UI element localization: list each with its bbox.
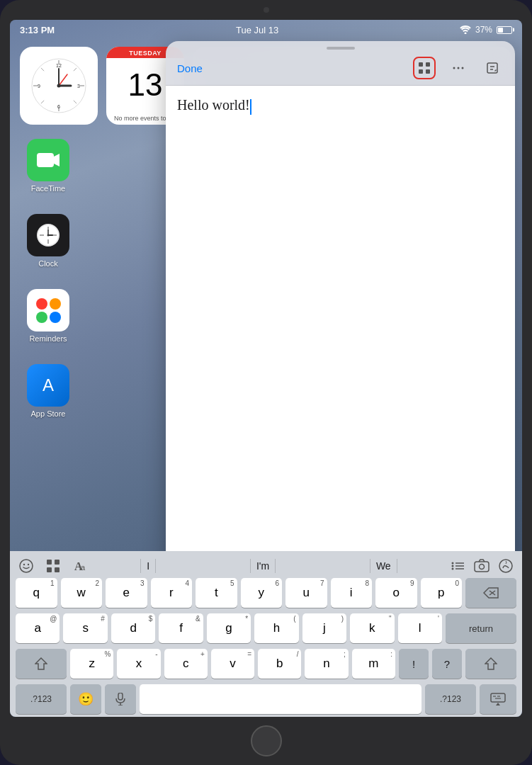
keyboard-bottom-row: .?123 🙂 .?123 xyxy=(16,684,516,714)
notes-toolbar-icons xyxy=(413,57,504,79)
svg-point-60 xyxy=(452,562,454,565)
key-l[interactable]: 'l xyxy=(398,613,442,643)
svg-marker-72 xyxy=(485,658,497,669)
clock-label: Clock xyxy=(38,259,58,268)
key-exclaim[interactable]: ! xyxy=(399,649,429,679)
done-button[interactable]: Done xyxy=(177,62,203,74)
svg-point-44 xyxy=(453,67,455,69)
text-format-icon[interactable]: A a xyxy=(72,558,88,574)
key-s[interactable]: #s xyxy=(63,613,107,643)
clock-icon-svg xyxy=(34,221,62,249)
key-return[interactable]: return xyxy=(446,613,516,643)
key-space[interactable] xyxy=(140,684,421,714)
key-num-toggle-right[interactable]: .?123 xyxy=(425,684,476,714)
appstore-icon-svg: A xyxy=(35,373,61,398)
svg-marker-80 xyxy=(496,703,500,706)
svg-point-62 xyxy=(452,568,454,570)
key-a[interactable]: @a xyxy=(16,613,60,643)
svg-point-16 xyxy=(57,84,61,88)
key-j[interactable]: )j xyxy=(302,613,346,643)
compose-button[interactable] xyxy=(481,57,504,79)
key-mic[interactable] xyxy=(105,684,136,714)
key-shift-right[interactable] xyxy=(465,649,516,679)
keyboard-row-2: @a #s $d &f *g (h )j "k 'l return xyxy=(16,613,516,643)
camera-icon[interactable] xyxy=(474,558,489,574)
key-n[interactable]: ;n xyxy=(305,649,348,679)
key-k[interactable]: "k xyxy=(350,613,394,643)
app-icon-appstore[interactable]: A App Store xyxy=(20,364,77,418)
svg-text:6: 6 xyxy=(57,104,60,109)
app-icon-clock[interactable]: Clock xyxy=(20,214,77,268)
key-num-toggle-left[interactable]: .?123 xyxy=(16,684,67,714)
key-v[interactable]: =v xyxy=(211,649,254,679)
calendar-day-number: 13 xyxy=(128,69,163,101)
key-t[interactable]: 5t xyxy=(196,578,237,608)
app-icons-column: FaceTime xyxy=(20,139,77,418)
key-b[interactable]: /b xyxy=(258,649,301,679)
key-x[interactable]: -x xyxy=(117,649,160,679)
key-m[interactable]: :m xyxy=(352,649,395,679)
app-icon-facetime[interactable]: FaceTime xyxy=(20,139,77,193)
key-q[interactable]: 1q xyxy=(16,578,57,608)
notes-content[interactable]: Hello world! xyxy=(166,86,515,625)
suggestion-2[interactable]: I'm xyxy=(250,559,276,573)
key-backspace[interactable] xyxy=(465,578,516,608)
key-shift-left[interactable] xyxy=(16,649,67,679)
wifi-icon xyxy=(460,26,471,34)
svg-rect-73 xyxy=(118,693,123,700)
key-u[interactable]: 7u xyxy=(285,578,327,608)
keyboard-dismiss-icon xyxy=(490,693,506,706)
list-icon[interactable] xyxy=(450,558,465,574)
camera-dot xyxy=(264,7,269,13)
key-o[interactable]: 9o xyxy=(375,578,417,608)
svg-rect-55 xyxy=(55,560,60,565)
screen: 3:13 PM Tue Jul 13 37% xyxy=(10,20,522,717)
key-f[interactable]: &f xyxy=(159,613,203,643)
grid-button[interactable] xyxy=(413,57,436,79)
keyboard-rows: 1q 2w 3e 4r 5t 6y 7u 8i 9o 0p xyxy=(13,578,519,714)
svg-point-53 xyxy=(28,564,29,565)
key-h[interactable]: (h xyxy=(254,613,298,643)
suggestion-3[interactable]: We xyxy=(370,559,397,573)
home-button[interactable] xyxy=(251,725,282,756)
keyboard: A a I I'm We xyxy=(10,551,522,717)
appstore-icon: A xyxy=(27,364,69,407)
text-cursor xyxy=(250,99,251,115)
key-p[interactable]: 0p xyxy=(421,578,463,608)
key-e[interactable]: 3e xyxy=(106,578,147,608)
key-w[interactable]: 2w xyxy=(61,578,103,608)
reminders-label: Reminders xyxy=(29,334,67,343)
reminders-icon xyxy=(27,289,69,332)
key-i[interactable]: 8i xyxy=(331,578,373,608)
key-r[interactable]: 4r xyxy=(151,578,193,608)
handwriting-icon[interactable] xyxy=(498,558,514,574)
mic-icon xyxy=(115,693,125,706)
svg-point-67 xyxy=(480,565,485,570)
key-keyboard-dismiss[interactable] xyxy=(480,684,516,714)
keyboard-row-3: %z -x +c =v /b ;n :m ! ? xyxy=(16,649,516,679)
key-g[interactable]: *g xyxy=(207,613,251,643)
backspace-icon xyxy=(483,587,499,599)
suggestion-1[interactable]: I xyxy=(140,559,156,573)
compose-icon xyxy=(485,61,499,75)
key-emoji[interactable]: 🙂 xyxy=(70,684,101,714)
key-question[interactable]: ? xyxy=(432,649,462,679)
svg-rect-57 xyxy=(55,567,60,572)
more-button[interactable] xyxy=(447,57,470,79)
app-icon-reminders[interactable]: Reminders xyxy=(20,289,77,343)
svg-text:A: A xyxy=(43,375,54,395)
svg-rect-17 xyxy=(37,153,54,167)
status-bar: 3:13 PM Tue Jul 13 37% xyxy=(10,20,522,40)
drag-handle[interactable] xyxy=(327,47,355,50)
keyboard-grid-icon[interactable] xyxy=(45,558,61,574)
clock-icon xyxy=(27,214,69,256)
svg-text:a: a xyxy=(81,563,86,572)
key-z[interactable]: %z xyxy=(70,649,113,679)
emoji-search-icon[interactable] xyxy=(18,558,34,574)
key-c[interactable]: +c xyxy=(164,649,208,679)
widget-clock[interactable]: 12 3 6 9 xyxy=(20,47,98,125)
facetime-icon-svg xyxy=(35,147,61,173)
battery-fill xyxy=(498,28,503,33)
key-y[interactable]: 6y xyxy=(241,578,283,608)
key-d[interactable]: $d xyxy=(111,613,155,643)
